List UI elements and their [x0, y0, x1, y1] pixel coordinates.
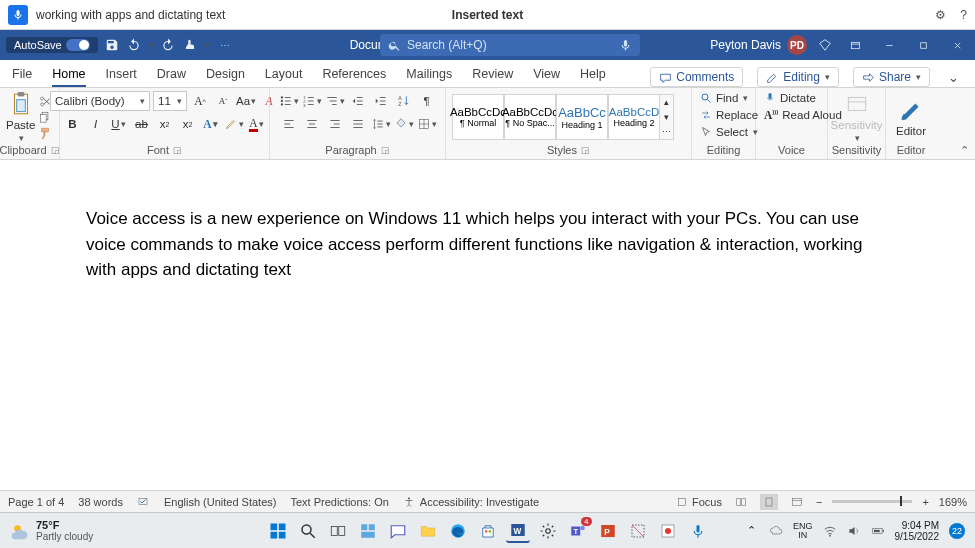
- tab-review[interactable]: Review: [472, 63, 513, 87]
- weather-widget[interactable]: 75°F Partly cloudy: [10, 519, 93, 542]
- strike-button[interactable]: ab: [132, 114, 152, 134]
- find-button[interactable]: Find▾: [698, 91, 750, 105]
- word-icon[interactable]: W: [506, 519, 530, 543]
- diamond-icon[interactable]: [817, 37, 833, 53]
- settings-icon[interactable]: ⚙: [935, 8, 946, 22]
- editor-button[interactable]: Editor: [892, 97, 930, 137]
- touch-chev[interactable]: ▾: [205, 40, 210, 50]
- autosave-toggle[interactable]: AutoSave: [6, 37, 98, 53]
- sort-icon[interactable]: AZ: [394, 91, 414, 111]
- tab-help[interactable]: Help: [580, 63, 606, 87]
- align-left-icon[interactable]: [279, 114, 299, 134]
- accessibility-status[interactable]: Accessibility: Investigate: [403, 495, 539, 508]
- notification-badge[interactable]: 22: [949, 523, 965, 539]
- voice-mic-button[interactable]: [8, 5, 28, 25]
- undo-icon[interactable]: [126, 37, 142, 53]
- settings-app-icon[interactable]: [536, 519, 560, 543]
- shrink-font-icon[interactable]: Aˇ: [213, 91, 233, 111]
- maximize-button[interactable]: [911, 35, 935, 55]
- spell-check-icon[interactable]: [137, 495, 150, 508]
- battery-icon[interactable]: [871, 524, 885, 538]
- superscript-button[interactable]: x2: [178, 114, 198, 134]
- widgets-icon[interactable]: [356, 519, 380, 543]
- bold-button[interactable]: B: [63, 114, 83, 134]
- gallery-scroll[interactable]: ▴▾⋯: [660, 94, 674, 140]
- tab-file[interactable]: File: [12, 63, 32, 87]
- zoom-out-icon[interactable]: −: [816, 496, 822, 508]
- tab-layout[interactable]: Layout: [265, 63, 303, 87]
- save-icon[interactable]: [104, 37, 120, 53]
- line-spacing-icon[interactable]: ▾: [371, 114, 391, 134]
- underline-button[interactable]: U▾: [109, 114, 129, 134]
- account-button[interactable]: Peyton Davis PD: [710, 35, 807, 55]
- justify-icon[interactable]: [348, 114, 368, 134]
- touch-mode-icon[interactable]: [182, 37, 198, 53]
- dialog-launcher-icon[interactable]: ◲: [173, 145, 182, 155]
- redo-icon[interactable]: [160, 37, 176, 53]
- align-center-icon[interactable]: [302, 114, 322, 134]
- show-marks-icon[interactable]: ¶: [417, 91, 437, 111]
- style-normal[interactable]: AaBbCcDc¶ Normal: [452, 94, 504, 140]
- close-button[interactable]: [945, 35, 969, 55]
- read-mode-icon[interactable]: [732, 494, 750, 510]
- powerpoint-icon[interactable]: P: [596, 519, 620, 543]
- explorer-icon[interactable]: [416, 519, 440, 543]
- comments-button[interactable]: Comments: [650, 67, 743, 87]
- bullets-icon[interactable]: ▾: [279, 91, 299, 111]
- numbering-icon[interactable]: 123▾: [302, 91, 322, 111]
- teams-icon[interactable]: T4: [566, 519, 590, 543]
- task-view-icon[interactable]: [326, 519, 350, 543]
- style-nospacing[interactable]: AaBbCcDc¶ No Spac...: [504, 94, 556, 140]
- onedrive-icon[interactable]: [769, 524, 783, 538]
- app-generic-icon[interactable]: [656, 519, 680, 543]
- undo-chev[interactable]: ▾: [149, 40, 154, 50]
- minimize-button[interactable]: [877, 35, 901, 55]
- editing-mode-button[interactable]: Editing▾: [757, 67, 839, 87]
- search-mic-icon[interactable]: [619, 39, 632, 52]
- start-button[interactable]: [266, 519, 290, 543]
- tab-references[interactable]: References: [322, 63, 386, 87]
- tray-chevron-icon[interactable]: ⌃: [745, 524, 759, 538]
- snipping-icon[interactable]: [626, 519, 650, 543]
- increase-indent-icon[interactable]: [371, 91, 391, 111]
- word-count[interactable]: 38 words: [78, 496, 123, 508]
- replace-button[interactable]: Replace: [698, 108, 760, 122]
- chat-icon[interactable]: [386, 519, 410, 543]
- tab-draw[interactable]: Draw: [157, 63, 186, 87]
- search-box[interactable]: Search (Alt+Q): [380, 34, 640, 56]
- highlight-icon[interactable]: ▾: [224, 114, 244, 134]
- copy-icon[interactable]: [38, 110, 52, 124]
- tab-mailings[interactable]: Mailings: [406, 63, 452, 87]
- print-layout-icon[interactable]: [760, 494, 778, 510]
- styles-gallery[interactable]: AaBbCcDc¶ Normal AaBbCcDc¶ No Spac... Aa…: [452, 94, 674, 140]
- dictate-button[interactable]: Dictate: [762, 91, 818, 105]
- qat-customize-icon[interactable]: ⋯: [220, 40, 230, 51]
- font-name-select[interactable]: Calibri (Body)▾: [50, 91, 150, 111]
- taskbar-search-icon[interactable]: [296, 519, 320, 543]
- text-effects-icon[interactable]: A▾: [201, 114, 221, 134]
- zoom-value[interactable]: 169%: [939, 496, 967, 508]
- text-predictions[interactable]: Text Predictions: On: [290, 496, 388, 508]
- format-painter-icon[interactable]: [38, 126, 52, 140]
- tab-home[interactable]: Home: [52, 63, 85, 87]
- zoom-slider[interactable]: [832, 500, 912, 503]
- page-indicator[interactable]: Page 1 of 4: [8, 496, 64, 508]
- subscript-button[interactable]: x2: [155, 114, 175, 134]
- share-button[interactable]: Share▾: [853, 67, 930, 87]
- document-body[interactable]: Voice access is a new experience on Wind…: [0, 160, 975, 283]
- focus-button[interactable]: Focus: [675, 495, 722, 508]
- tab-view[interactable]: View: [533, 63, 560, 87]
- borders-icon[interactable]: ▾: [417, 114, 437, 134]
- tab-insert[interactable]: Insert: [106, 63, 137, 87]
- language-switcher[interactable]: ENGIN: [793, 522, 813, 540]
- collapse-ribbon-icon[interactable]: ⌃: [960, 144, 969, 157]
- zoom-thumb[interactable]: [900, 496, 902, 506]
- style-heading1[interactable]: AaBbCcHeading 1: [556, 94, 608, 140]
- ribbon-display-icon[interactable]: [843, 35, 867, 55]
- italic-button[interactable]: I: [86, 114, 106, 134]
- font-size-select[interactable]: 11▾: [153, 91, 187, 111]
- font-color-icon[interactable]: A▾: [247, 114, 267, 134]
- document-area[interactable]: Voice access is a new experience on Wind…: [0, 160, 975, 490]
- dialog-launcher-icon[interactable]: ◲: [581, 145, 590, 155]
- decrease-indent-icon[interactable]: [348, 91, 368, 111]
